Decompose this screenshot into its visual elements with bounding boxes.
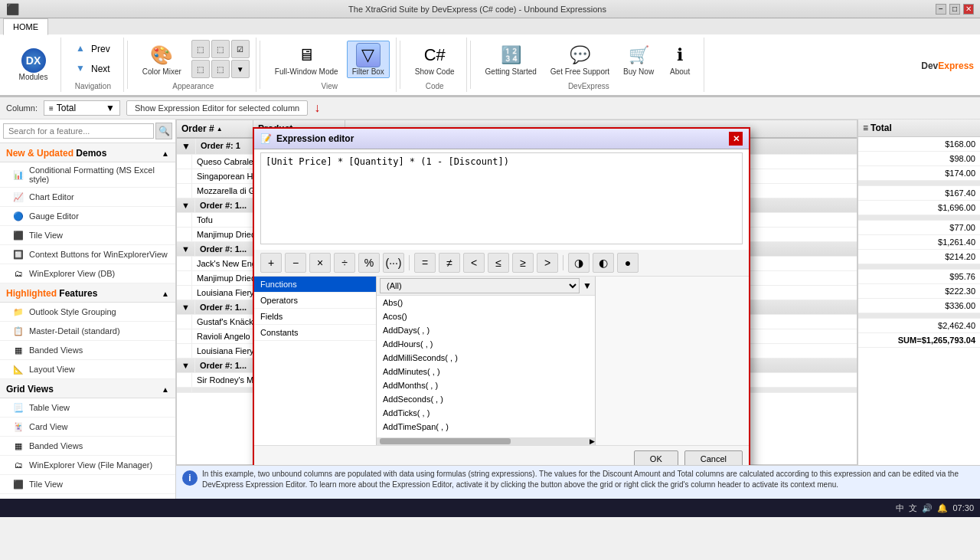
ribbon-content: DX Modules ▲ Prev ▼ Next <box>0 34 980 96</box>
show-code-button[interactable]: C# Show Code <box>410 41 460 78</box>
op-minus[interactable]: − <box>285 253 306 273</box>
color-mixer-button[interactable]: 🎨 Color Mixer <box>137 41 187 78</box>
filter-box-button[interactable]: ▽ Filter Box <box>347 41 390 78</box>
op-and[interactable]: ◑ <box>568 253 590 273</box>
list-item[interactable]: AddMinutes( , ) <box>377 365 595 378</box>
dialog-left-constants[interactable]: Constants <box>254 325 376 341</box>
appearance-btn-4[interactable]: ⬚ <box>191 60 210 78</box>
op-notequals[interactable]: ≠ <box>439 253 460 273</box>
op-equals[interactable]: = <box>414 253 436 273</box>
total-cell: $336.00 <box>858 299 980 313</box>
sidebar-item-conditional-formatting[interactable]: 📊 Conditional Formatting (MS Excel style… <box>0 162 175 188</box>
op-lt[interactable]: < <box>463 253 485 273</box>
sidebar-item-chart-editor[interactable]: 📈 Chart Editor <box>0 188 175 207</box>
info-icon: i <box>182 470 198 486</box>
sidebar-item-banded-views[interactable]: ▦ Banded Views <box>0 437 175 456</box>
op-not[interactable]: ● <box>617 253 639 273</box>
list-item[interactable]: Acos() <box>377 309 595 323</box>
sidebar-item-layout-view-hl[interactable]: 📐 Layout View <box>0 360 175 379</box>
op-gt[interactable]: > <box>537 253 558 273</box>
sidebar-item-winexplorer-db-new[interactable]: 🗂 WinExplorer View (DB) <box>0 264 175 283</box>
dialog-left-functions[interactable]: Functions <box>254 277 376 293</box>
cell-indent <box>177 169 192 183</box>
sidebar-item-outlook-grouping[interactable]: 📁 Outlook Style Grouping <box>0 303 175 322</box>
sidebar-item-gauge-editor[interactable]: 🔵 Gauge Editor <box>0 207 175 226</box>
right-panel-header[interactable]: ≡ Total <box>858 120 980 137</box>
prev-label: Prev <box>91 44 110 54</box>
modules-button[interactable]: DX Modules <box>12 46 54 84</box>
sidebar-item-context-buttons[interactable]: 🔲 Context Buttons for WinExplorerView <box>0 245 175 264</box>
buy-now-button[interactable]: 🛒 Buy Now <box>618 41 659 78</box>
maximize-button[interactable]: □ <box>949 4 960 15</box>
get-free-support-label: Get Free Support <box>550 67 609 76</box>
dialog-left-operators[interactable]: Operators <box>254 293 376 309</box>
list-item[interactable]: AddMilliSeconds( , ) <box>377 351 595 365</box>
show-expression-editor-button[interactable]: Show Expression Editor for selected colu… <box>126 100 308 116</box>
sidebar-item-winexplorer-fm[interactable]: 🗂 WinExplorer View (File Manager) <box>0 456 175 475</box>
section-new-updated-items: 📊 Conditional Formatting (MS Excel style… <box>0 162 175 283</box>
header-order[interactable]: Order # ▲ <box>177 120 253 137</box>
op-divide[interactable]: ÷ <box>334 253 355 273</box>
op-plus[interactable]: + <box>260 253 282 273</box>
prev-button[interactable]: ▲ Prev <box>69 40 117 58</box>
modules-items: DX Modules <box>12 39 54 90</box>
dialog-cancel-button[interactable]: Cancel <box>684 450 743 465</box>
op-lte[interactable]: ≤ <box>488 253 509 273</box>
sidebar-item-winexplorer-db-gv[interactable]: 🗂 WinExplorer View (DB) <box>0 494 175 499</box>
appearance-btn-5[interactable]: ⬚ <box>211 60 230 78</box>
appearance-btn-2[interactable]: ⬚ <box>211 40 230 58</box>
dialog-left-fields[interactable]: Fields <box>254 309 376 325</box>
list-item[interactable]: AddTimeSpan( , ) <box>377 420 595 434</box>
dialog-close-button[interactable]: ✕ <box>729 132 743 146</box>
op-gte[interactable]: ≥ <box>512 253 534 273</box>
main-layout: 🔍 New & Updated Demos ▲ 📊 Conditional Fo… <box>0 120 980 499</box>
sidebar-item-tile-view-gv[interactable]: ⬛ Tile View <box>0 475 175 494</box>
op-paren[interactable]: (···) <box>383 253 404 273</box>
appearance-btn-6[interactable]: ▼ <box>231 60 250 78</box>
get-free-support-button[interactable]: 💬 Get Free Support <box>545 41 615 78</box>
appearance-btn-1[interactable]: ⬚ <box>191 40 210 58</box>
section-new-updated-header[interactable]: New & Updated Demos ▲ <box>0 143 175 162</box>
list-item[interactable]: AddHours( , ) <box>377 337 595 351</box>
tab-home[interactable]: HOME <box>3 18 48 35</box>
sidebar-item-card-view[interactable]: 🃏 Card View <box>0 418 175 437</box>
sidebar-item-banded-views-hl[interactable]: ▦ Banded Views <box>0 341 175 360</box>
dialog-mid-filter[interactable]: (All) <box>380 278 580 293</box>
sidebar-item-master-detail[interactable]: 📋 Master-Detail (standard) <box>0 322 175 341</box>
sidebar-item-tile-view[interactable]: ⬛ Tile View <box>0 226 175 245</box>
op-or[interactable]: ◐ <box>593 253 614 273</box>
next-button[interactable]: ▼ Next <box>69 60 117 78</box>
list-item[interactable]: AddTicks( , ) <box>377 406 595 420</box>
close-button[interactable]: ✕ <box>963 4 974 15</box>
taskbar-volume: 🔊 <box>922 503 933 513</box>
search-input[interactable] <box>3 123 154 139</box>
color-mixer-label: Color Mixer <box>142 67 181 76</box>
group-label-3: Order #: 1... <box>195 242 256 256</box>
sidebar-item-table-view[interactable]: 📃 Table View <box>0 398 175 418</box>
appearance-btn-3[interactable]: ☑ <box>231 40 250 58</box>
dialog-ok-button[interactable]: OK <box>634 450 678 465</box>
list-item[interactable]: Abs() <box>377 296 595 309</box>
expression-textarea[interactable]: [Unit Price] * [Quantity] * (1 - [Discou… <box>260 152 743 244</box>
appearance-grid: ⬚ ⬚ ☑ ⬚ ⬚ ▼ <box>191 40 250 78</box>
list-item[interactable]: AddMonths( , ) <box>377 378 595 392</box>
section-highlighted-header[interactable]: Highlighted Features ▲ <box>0 283 175 303</box>
devexpress-items: 🔢 Getting Started 💬 Get Free Support 🛒 B… <box>480 39 698 79</box>
horizontal-scrollbar[interactable]: ▶ <box>377 437 595 445</box>
minimize-button[interactable]: − <box>936 4 946 15</box>
about-button[interactable]: ℹ About <box>662 41 697 78</box>
op-multiply[interactable]: × <box>309 253 331 273</box>
list-item[interactable]: AddDays( , ) <box>377 323 595 337</box>
search-button[interactable]: 🔍 <box>155 123 172 139</box>
ribbon-group-devexpress: 🔢 Getting Started 💬 Get Free Support 🛒 B… <box>474 38 705 92</box>
conditional-formatting-icon: 📊 <box>12 169 24 181</box>
total-sort-icon: ≡ <box>863 123 868 133</box>
section-grid-views-header[interactable]: Grid Views ▲ <box>0 379 175 398</box>
getting-started-button[interactable]: 🔢 Getting Started <box>480 41 542 78</box>
full-window-button[interactable]: 🖥 Full-Window Mode <box>270 41 344 78</box>
list-item[interactable]: AddSeconds( , ) <box>377 392 595 406</box>
section-new-updated-arrow: ▲ <box>162 149 169 158</box>
winexplorer-db-new-icon: 🗂 <box>12 267 24 280</box>
column-select[interactable]: ≡ Total ▼ <box>44 100 120 116</box>
op-percent[interactable]: % <box>358 253 380 273</box>
